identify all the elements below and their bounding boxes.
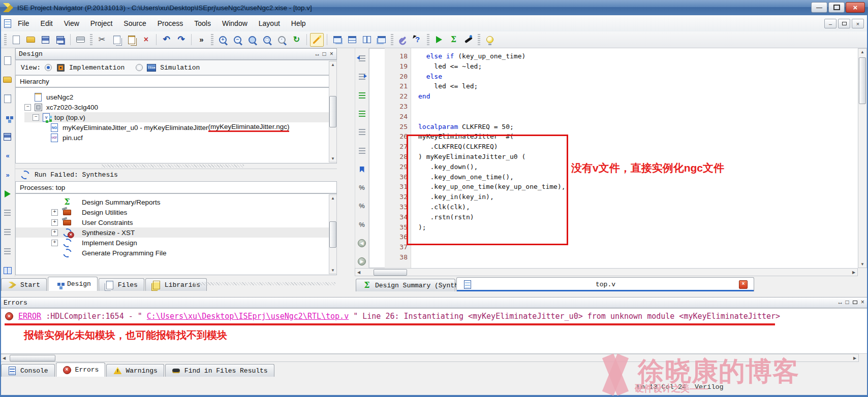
view-radio-simulation[interactable] <box>136 64 143 71</box>
match-word-button[interactable]: % <box>355 200 369 213</box>
tree-row[interactable]: NGmyKeyEliminateJitter_u0 - myKeyElimina… <box>24 122 336 133</box>
process-expander[interactable]: + <box>51 240 58 246</box>
nav-back-button[interactable]: ◀ <box>355 237 369 249</box>
tab-start[interactable]: Start <box>1 278 47 291</box>
close-button[interactable]: × <box>846 2 865 13</box>
process-expander[interactable]: + <box>51 209 58 216</box>
new-document-button[interactable] <box>1 54 14 67</box>
menu-item-edit[interactable]: Edit <box>35 17 58 30</box>
list-extra-button[interactable] <box>355 145 369 157</box>
menu-item-window[interactable]: Window <box>216 17 253 30</box>
tree-row[interactable]: useNgc2 <box>24 92 336 102</box>
editor-vscrollbar[interactable]: ▲▼ <box>858 48 867 268</box>
process-flow-3-button[interactable] <box>1 245 14 258</box>
zoom-in-button[interactable]: + <box>216 33 230 47</box>
view-radio-implementation[interactable] <box>45 64 52 71</box>
refresh-button[interactable]: ↻ <box>290 33 303 47</box>
menu-item-file[interactable]: File <box>12 17 35 30</box>
process-row[interactable]: +Synthesize - XST <box>16 227 336 238</box>
process-row[interactable]: +User Constraints <box>16 217 336 227</box>
tab-warnings[interactable]: !Warnings <box>106 364 164 377</box>
analyze-button[interactable] <box>461 33 475 47</box>
page-edit-button[interactable] <box>1 92 14 105</box>
open-project-button[interactable] <box>24 33 38 47</box>
tree-row[interactable]: −Vtop (top.v) <box>24 112 336 122</box>
zoom-box-button[interactable]: □ <box>260 33 274 47</box>
summary-button[interactable]: Σ <box>447 33 460 47</box>
new-document-button[interactable] <box>9 33 23 47</box>
process-expander[interactable]: + <box>51 229 58 236</box>
chevrons-up-button[interactable]: « <box>1 150 14 162</box>
run-play-button[interactable] <box>1 188 14 201</box>
menu-item-source[interactable]: Source <box>118 17 151 30</box>
align-lines-button[interactable] <box>355 89 369 102</box>
menu-item-view[interactable]: View <box>58 17 85 30</box>
save-all-button[interactable] <box>53 33 67 47</box>
hierarchy-scrollbar[interactable]: ▲▼ <box>329 61 337 162</box>
errors-hscrollbar[interactable]: ◀ ▶ <box>0 354 859 362</box>
cascade-windows-button[interactable] <box>330 33 344 47</box>
wand-button[interactable] <box>310 33 324 47</box>
menu-item-process[interactable]: Process <box>152 17 189 30</box>
panel-maximize-icon[interactable]: □ <box>323 51 326 57</box>
tab-errors[interactable]: ×Errors <box>56 362 106 377</box>
cut-button[interactable]: ✂ <box>95 33 109 47</box>
tab-console[interactable]: Console <box>1 364 55 377</box>
error-link[interactable]: C:\Users\xu\Desktop\ISEprj\useNgc2\RTL\t… <box>147 312 349 321</box>
match-case-button[interactable]: % <box>355 181 369 194</box>
zoom-full-button[interactable] <box>245 33 259 47</box>
bookmark-button[interactable] <box>355 163 369 176</box>
run-button[interactable] <box>432 33 446 47</box>
goto-next-button[interactable] <box>355 71 369 83</box>
doc-tab-close-icon[interactable]: × <box>739 280 748 289</box>
design-blocks-button[interactable] <box>1 112 14 124</box>
doc-tab-design-summary-synthesized-[interactable]: ΣDesign Summary (Synthesized)× <box>356 279 455 291</box>
error-link[interactable]: ERROR <box>18 312 41 321</box>
tile-vertical-button[interactable] <box>360 33 374 47</box>
errors-restore-icon[interactable] <box>853 300 857 306</box>
panel-close-icon[interactable]: × <box>330 51 333 57</box>
minimize-button[interactable]: — <box>811 2 827 13</box>
match-regex-button[interactable]: % <box>355 218 369 231</box>
process-row[interactable]: +Implement Design <box>16 238 336 248</box>
process-row[interactable]: +Design Utilities <box>16 207 336 217</box>
nav-forward-button[interactable]: ▶ <box>355 255 369 268</box>
mdi-close-button[interactable]: × <box>852 19 864 28</box>
errors-close-icon[interactable]: × <box>861 300 864 306</box>
tree-expander[interactable]: − <box>33 114 39 121</box>
line-numbers-button[interactable] <box>355 108 369 120</box>
tile-mixed-button[interactable] <box>375 33 388 47</box>
delete-button[interactable]: × <box>139 33 153 47</box>
zoom-out-button[interactable]: − <box>231 33 244 47</box>
processes-scrollbar[interactable]: ▲▼ <box>329 194 337 274</box>
tree-row[interactable]: UCFpin.ucf <box>24 133 336 143</box>
tree-expander[interactable]: − <box>24 104 31 111</box>
wrench-button[interactable] <box>396 33 410 47</box>
print-button[interactable] <box>74 33 87 47</box>
chevrons-down-button[interactable]: » <box>1 169 14 181</box>
context-help-button[interactable]: ? <box>411 33 424 47</box>
menu-item-project[interactable]: Project <box>85 17 118 30</box>
tab-find-in-files-results[interactable]: Find in Files Results <box>165 364 274 377</box>
redo-button[interactable]: ↷ <box>174 33 188 47</box>
grid-window-button[interactable] <box>1 264 14 277</box>
tab-files[interactable]: Files <box>99 278 144 291</box>
line-list-button[interactable] <box>355 126 369 139</box>
menu-item-help[interactable]: Help <box>286 17 312 30</box>
doc-tab-top.v[interactable]: top.v× <box>456 277 754 291</box>
process-row[interactable]: ΣDesign Summary/Reports <box>16 197 336 207</box>
process-row[interactable]: Generate Programming File <box>16 248 336 258</box>
save-button[interactable] <box>39 33 52 47</box>
maximize-button[interactable] <box>828 2 845 13</box>
process-flow-1-button[interactable] <box>1 207 14 220</box>
open-project-button[interactable] <box>1 74 14 86</box>
copy-button[interactable] <box>110 33 123 47</box>
menu-item-tools[interactable]: Tools <box>189 17 216 30</box>
tile-horizontal-button[interactable] <box>345 33 359 47</box>
lightbulb-button[interactable] <box>483 33 497 47</box>
process-expander[interactable]: + <box>51 219 58 226</box>
tab-design[interactable]: Design <box>48 277 98 291</box>
floppy-save-button[interactable] <box>1 130 14 143</box>
panel-splitter[interactable] <box>102 164 244 168</box>
undo-button[interactable]: ↶ <box>160 33 173 47</box>
